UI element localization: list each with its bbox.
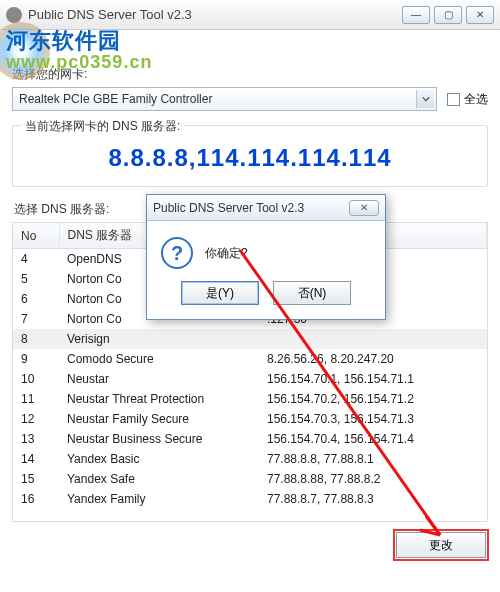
confirm-dialog: Public DNS Server Tool v2.3 ✕ ? 你确定? 是(Y… (146, 194, 386, 320)
nic-label: 选择您的网卡: (12, 66, 488, 83)
cell-name: Neustar Threat Protection (59, 389, 259, 409)
checkbox-icon (447, 93, 460, 106)
cell-name: Yandex Safe (59, 469, 259, 489)
cell-addr (259, 329, 487, 349)
cell-name: Neustar Business Secure (59, 429, 259, 449)
table-row[interactable]: 12Neustar Family Secure156.154.70.3, 156… (13, 409, 487, 429)
cell-no: 5 (13, 269, 59, 289)
cell-name: Verisign (59, 329, 259, 349)
cell-no: 10 (13, 369, 59, 389)
cell-no: 6 (13, 289, 59, 309)
dialog-no-button[interactable]: 否(N) (273, 281, 351, 305)
table-row[interactable]: 14Yandex Basic77.88.8.8, 77.88.8.1 (13, 449, 487, 469)
cell-no: 7 (13, 309, 59, 329)
col-no[interactable]: No (13, 223, 59, 249)
cell-name: Yandex Family (59, 489, 259, 509)
cell-name: Comodo Secure (59, 349, 259, 369)
cell-name: Neustar (59, 369, 259, 389)
change-button[interactable]: 更改 (396, 532, 486, 558)
minimize-button[interactable]: — (402, 6, 430, 24)
question-icon: ? (161, 237, 193, 269)
cell-no: 8 (13, 329, 59, 349)
window-title: Public DNS Server Tool v2.3 (28, 7, 402, 22)
dialog-yes-button[interactable]: 是(Y) (181, 281, 259, 305)
cell-no: 13 (13, 429, 59, 449)
select-all-checkbox[interactable]: 全选 (447, 91, 488, 108)
cell-no: 12 (13, 409, 59, 429)
table-row[interactable]: 16Yandex Family77.88.8.7, 77.88.8.3 (13, 489, 487, 509)
chevron-down-icon[interactable] (416, 90, 434, 108)
app-icon (6, 7, 22, 23)
cell-no: 11 (13, 389, 59, 409)
dialog-titlebar: Public DNS Server Tool v2.3 ✕ (147, 195, 385, 221)
nic-combo-value: Realtek PCIe GBE Family Controller (19, 92, 212, 106)
cell-addr: 77.88.8.88, 77.88.8.2 (259, 469, 487, 489)
dialog-close-button[interactable]: ✕ (349, 200, 379, 216)
table-row[interactable]: 8Verisign (13, 329, 487, 349)
maximize-button[interactable]: ▢ (434, 6, 462, 24)
cell-name: Neustar Family Secure (59, 409, 259, 429)
table-row[interactable]: 11Neustar Threat Protection156.154.70.2,… (13, 389, 487, 409)
cell-addr: 156.154.70.2, 156.154.71.2 (259, 389, 487, 409)
cell-name: Yandex Basic (59, 449, 259, 469)
dialog-message: 你确定? (205, 245, 248, 262)
table-row[interactable]: 15Yandex Safe77.88.8.88, 77.88.8.2 (13, 469, 487, 489)
cell-no: 16 (13, 489, 59, 509)
cell-addr: 8.26.56.26, 8.20.247.20 (259, 349, 487, 369)
cell-no: 14 (13, 449, 59, 469)
cell-no: 4 (13, 249, 59, 270)
cell-addr: 77.88.8.7, 77.88.8.3 (259, 489, 487, 509)
select-all-label: 全选 (464, 91, 488, 108)
cell-no: 15 (13, 469, 59, 489)
cell-no: 9 (13, 349, 59, 369)
close-button[interactable]: ✕ (466, 6, 494, 24)
table-row[interactable]: 13Neustar Business Secure156.154.70.4, 1… (13, 429, 487, 449)
current-dns-group: 当前选择网卡的 DNS 服务器: 8.8.8.8,114.114.114.114 (12, 125, 488, 187)
cell-addr: 156.154.70.4, 156.154.71.4 (259, 429, 487, 449)
current-dns-title: 当前选择网卡的 DNS 服务器: (21, 118, 184, 135)
table-row[interactable]: 10Neustar156.154.70.1, 156.154.71.1 (13, 369, 487, 389)
window-titlebar: Public DNS Server Tool v2.3 — ▢ ✕ (0, 0, 500, 30)
dialog-title: Public DNS Server Tool v2.3 (153, 201, 349, 215)
nic-combo[interactable]: Realtek PCIe GBE Family Controller (12, 87, 437, 111)
cell-addr: 156.154.70.3, 156.154.71.3 (259, 409, 487, 429)
current-dns-value: 8.8.8.8,114.114.114.114 (21, 136, 479, 178)
cell-addr: 156.154.70.1, 156.154.71.1 (259, 369, 487, 389)
cell-addr: 77.88.8.8, 77.88.8.1 (259, 449, 487, 469)
table-row[interactable]: 9Comodo Secure8.26.56.26, 8.20.247.20 (13, 349, 487, 369)
